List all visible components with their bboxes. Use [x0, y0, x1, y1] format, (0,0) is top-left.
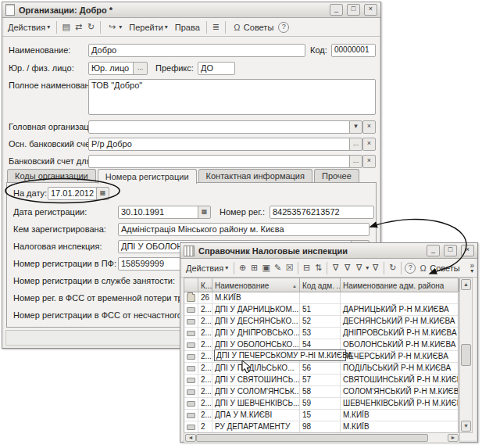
bank-for-label: Банковский счет для ... — [9, 156, 101, 166]
head-org-input[interactable] — [88, 120, 352, 134]
table-row[interactable]: 2... ДПІ У ПОДІЛЬСЬКО... 56 ПОДІЛЬСЬКИЙ … — [184, 363, 458, 375]
selected-cell-overlay[interactable]: ДПІ У ПЕЧЕРСЬКОМУ Р-НІ М.КИЄВА — [214, 349, 346, 361]
header-icon-column[interactable] — [184, 278, 198, 292]
help-icon[interactable]: ? — [405, 263, 416, 274]
filter-clear-icon[interactable]: ∇ — [370, 263, 380, 273]
chevron-down-icon: ▾ — [119, 23, 122, 30]
reread-icon[interactable]: ↻ — [86, 22, 96, 32]
post-icon[interactable]: ⇄ — [73, 22, 84, 32]
scroll-left-icon[interactable]: ◄ — [185, 434, 196, 442]
on-date-calendar-button[interactable]: ▦ — [96, 187, 109, 200]
reg-date-input[interactable]: 30.10.1991 — [118, 206, 202, 219]
table-row[interactable]: 26 М.КИЇВ — [184, 292, 458, 304]
actions-menu-button[interactable]: Действия ▾ — [5, 22, 52, 33]
copy-icon[interactable]: ▣ — [261, 263, 271, 273]
add-group-icon[interactable]: ⊞ — [249, 263, 259, 273]
minimize-button[interactable]: _ — [330, 4, 343, 16]
main-bank-select-button[interactable]: ... — [349, 138, 362, 151]
registered-by-input[interactable]: Адміністрація Мінського району м. Києва — [118, 223, 370, 236]
inspections-table-body: 26 М.КИЇВ 2... ДПІ У ДАРНИЦЬКОМ... 51 ДА… — [184, 292, 459, 434]
maximize-button[interactable]: □ — [347, 4, 360, 16]
scroll-right-icon[interactable]: ► — [448, 434, 459, 442]
header-name[interactable]: Наименование▲ — [212, 278, 300, 292]
goto-icon: ↪ — [107, 22, 117, 32]
reg-date-calendar-button[interactable]: ▦ — [198, 206, 211, 219]
goto-icon-button[interactable]: ↪ ▾ — [105, 21, 124, 33]
code-label: Код: — [310, 45, 327, 55]
help-icon[interactable]: ? — [278, 22, 289, 33]
vertical-scrollbar[interactable]: ▲ ▼ — [459, 278, 473, 433]
refresh-icon[interactable]: ↻ — [387, 263, 398, 273]
fss-accident-label: Номер регистрации в ФСС от несчастного с… — [13, 310, 202, 320]
row-type-icon — [184, 328, 198, 339]
header-adm-name[interactable]: Наименование адм. района — [341, 278, 459, 292]
prefix-input[interactable]: ДО — [198, 62, 235, 75]
filter-menu-button[interactable]: ∇ ▾ — [354, 262, 369, 274]
table-row[interactable]: 2 РУ ДЕПАРТАМЕНТУ 98 М.КИЇВ — [184, 421, 458, 433]
bank-for-select-button[interactable]: ... — [349, 155, 362, 168]
filter-icon[interactable]: ∇ — [342, 263, 352, 273]
table-row[interactable]: 2... ДПА У М.КИЄВІ 15 М.КИЇВ — [184, 410, 458, 421]
entity-select-button[interactable]: ... — [133, 62, 148, 75]
on-date-label: На дату: — [13, 188, 47, 198]
table-row[interactable]: 2... ДПІ У ДЕСНЯНСЬКО... 52 ДЕСНЯНСЬКИЙ … — [184, 316, 458, 328]
horizontal-scroll-thumb[interactable] — [196, 434, 428, 442]
full-name-textarea[interactable]: ТОВ "Добро" — [88, 79, 376, 115]
window-title: Организации: Добро * — [19, 5, 326, 15]
toolbar-separator — [206, 21, 207, 34]
entity-type-input[interactable]: Юр. лицо — [88, 62, 138, 75]
header-adm-code[interactable]: Код адм. ... — [300, 278, 341, 292]
row-type-icon — [184, 351, 198, 363]
toolbar-overflow-button[interactable]: » ▾ — [470, 263, 474, 274]
chevron-down-icon: ▾ — [225, 264, 228, 271]
close-button[interactable]: × — [364, 4, 377, 16]
hierarchy-icon[interactable]: ⇅ — [313, 263, 323, 273]
table-row[interactable]: 2... ДПІ У СОЛОМ'ЯНСЬК... 58 СОЛОМ'ЯНСЬК… — [184, 386, 458, 398]
tips-button[interactable]: Ω Советы — [417, 263, 460, 274]
filter-set-icon[interactable]: ∇ — [330, 263, 341, 273]
header-code[interactable]: К... — [198, 278, 212, 292]
table-row[interactable]: 2... ДПІ У ДАРНИЦЬКОМ... 51 ДАРНИЦЬКИЙ Р… — [184, 304, 458, 316]
maximize-button[interactable]: □ — [444, 245, 457, 256]
row-type-icon — [184, 339, 198, 351]
main-bank-clear-button[interactable]: × — [362, 138, 376, 151]
bell-icon: Ω — [232, 23, 242, 32]
scroll-up-icon[interactable]: ▲ — [461, 279, 471, 290]
bank-for-input[interactable] — [88, 155, 352, 168]
bank-for-clear-button[interactable]: × — [362, 155, 376, 168]
minimize-button[interactable]: _ — [427, 245, 440, 256]
main-bank-input[interactable]: Р/р Добро — [88, 138, 352, 151]
rights-button[interactable]: Права — [173, 22, 202, 33]
list-mode-icon[interactable]: ⊟ — [302, 263, 312, 273]
table-row[interactable]: 2... ДПІ У ДНІПРОВСЬКО... 53 ДНІПРОВСЬКИ… — [184, 328, 458, 339]
structure-icon[interactable]: ≣ — [211, 22, 221, 32]
delete-icon[interactable]: ☒ — [284, 263, 295, 273]
table-row[interactable]: 2... ДПІ У СВЯТОШИНСЬ... 57 СВЯТОШИНСЬКИ… — [184, 375, 458, 386]
actions-menu-button[interactable]: Действия ▾ — [184, 263, 230, 274]
name-input[interactable]: Добро — [88, 44, 305, 57]
head-org-clear-button[interactable]: × — [362, 120, 376, 134]
edit-icon[interactable]: ✎ — [273, 263, 283, 273]
toolbar-separator — [234, 262, 234, 274]
vertical-scroll-thumb[interactable] — [461, 344, 471, 366]
tips-button[interactable]: Ω Советы — [230, 22, 276, 33]
head-org-label: Головная организация: — [9, 122, 101, 131]
add-icon[interactable]: ⊕ — [237, 263, 248, 273]
reg-number-input[interactable]: 84253576213572 — [270, 206, 374, 219]
toolbar-separator — [225, 21, 226, 34]
goto-menu-button[interactable]: Перейти ▾ — [127, 22, 170, 33]
save-icon[interactable]: ▤ — [61, 22, 71, 32]
horizontal-scrollbar[interactable]: ◄ ► — [184, 432, 460, 443]
inspections-titlebar[interactable]: Справочник Налоговые инспекции _ □ × — [180, 243, 477, 259]
close-button[interactable]: × — [461, 245, 474, 256]
table-row[interactable]: 2... ДПІ У ШЕВЧЕНКІВСЬ... 59 ШЕВЧЕНКІВСЬ… — [184, 398, 458, 410]
registered-by-label: Кем зарегистрирована: — [13, 224, 106, 234]
chevron-down-icon: ▾ — [366, 264, 369, 271]
code-input[interactable]: 00000001 — [331, 44, 376, 57]
on-date-input[interactable]: 17.01.2012 — [48, 187, 101, 200]
scroll-down-icon[interactable]: ▼ — [461, 421, 471, 432]
head-org-dropdown-button[interactable]: ▾ — [349, 120, 362, 134]
tab-registration-numbers[interactable]: Номера регистрации — [98, 169, 197, 184]
organization-titlebar[interactable]: Организации: Добро * _ □ × — [2, 2, 380, 18]
toolbar-separator — [384, 262, 384, 274]
